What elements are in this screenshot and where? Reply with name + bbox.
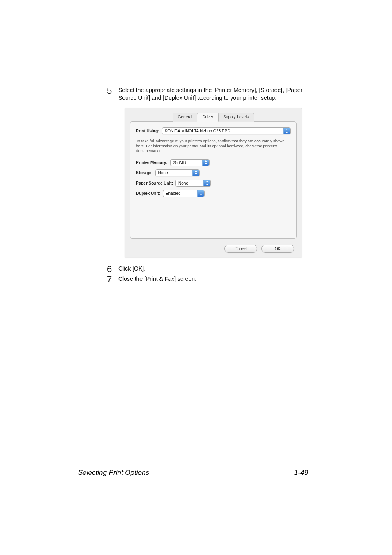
updown-icon <box>203 180 210 186</box>
step-7: 7 Close the [Print & Fax] screen. <box>107 275 308 283</box>
storage-select[interactable]: None <box>155 169 200 176</box>
ok-button[interactable]: OK <box>261 245 294 253</box>
print-using-label: Print Using: <box>136 128 159 134</box>
step-text: Close the [Print & Fax] screen. <box>118 275 196 282</box>
storage-label: Storage: <box>136 170 153 176</box>
updown-icon <box>283 128 290 134</box>
step-text: Select the appropriate settings in the [… <box>118 87 302 101</box>
cancel-button[interactable]: Cancel <box>224 245 257 253</box>
printer-memory-label: Printer Memory: <box>136 160 168 166</box>
updown-icon <box>192 170 199 176</box>
step-text: Click [OK]. <box>118 265 145 272</box>
paper-source-value: None <box>178 180 190 186</box>
step-number: 5 <box>107 85 112 97</box>
print-using-value: KONICA MINOLTA bizhub C25 PPD <box>165 128 232 134</box>
duplex-select[interactable]: Enabled <box>163 190 205 197</box>
step-6: 6 Click [OK]. <box>107 265 308 273</box>
print-using-select[interactable]: KONICA MINOLTA bizhub C25 PPD <box>162 127 291 134</box>
step-5: 5 Select the appropriate settings in the… <box>107 86 308 257</box>
duplex-label: Duplex Unit: <box>136 191 160 197</box>
driver-options-dialog: General Driver Supply Levels Print Using… <box>125 108 302 258</box>
tabbar: General Driver Supply Levels <box>125 113 302 122</box>
duplex-value: Enabled <box>166 191 182 197</box>
printer-memory-value: 256MB <box>173 160 188 166</box>
tab-driver[interactable]: Driver <box>197 113 219 122</box>
updown-icon <box>202 160 209 166</box>
tab-general[interactable]: General <box>173 113 198 122</box>
footer-section: Selecting Print Options <box>78 469 149 477</box>
paper-source-select[interactable]: None <box>175 180 211 187</box>
driver-panel: Print Using: KONICA MINOLTA bizhub C25 P… <box>130 121 297 239</box>
paper-source-label: Paper Source Unit: <box>136 180 173 186</box>
storage-value: None <box>158 170 170 176</box>
page-footer: Selecting Print Options 1-49 <box>78 466 308 477</box>
step-number: 7 <box>107 273 112 286</box>
printer-memory-select[interactable]: 256MB <box>170 159 210 166</box>
updown-icon <box>197 190 204 197</box>
footer-rule <box>78 466 308 466</box>
tab-supply-levels[interactable]: Supply Levels <box>218 113 254 122</box>
footer-page-number: 1-49 <box>294 469 308 477</box>
help-text: To take full advantage of your printer's… <box>136 139 291 153</box>
